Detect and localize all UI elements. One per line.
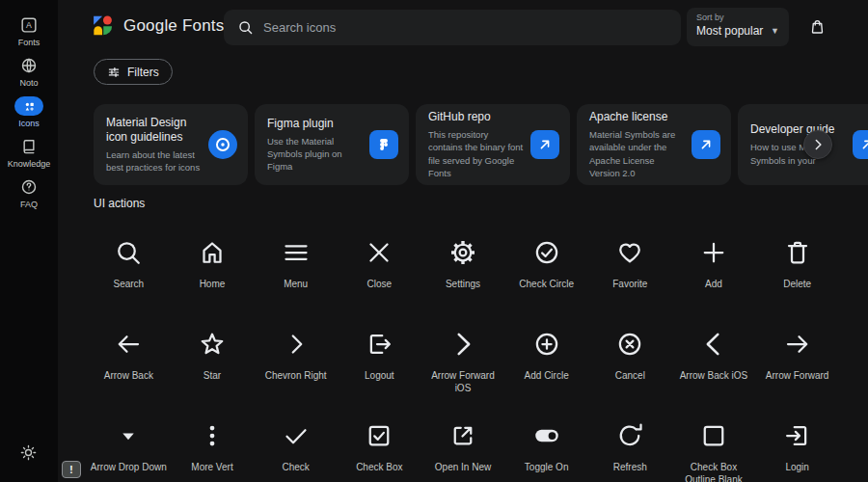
icon-grid-item-cancel[interactable]: Cancel bbox=[588, 315, 672, 407]
icon-grid-item-refresh[interactable]: Refresh bbox=[588, 407, 672, 482]
icon-grid-item-check[interactable]: Check bbox=[254, 407, 338, 482]
close-icon bbox=[365, 238, 393, 267]
icon-grid-item-star[interactable]: Star bbox=[171, 315, 255, 407]
icon-grid-item-search[interactable]: Search bbox=[87, 224, 171, 315]
icon-grid-item-more-vert[interactable]: More Vert bbox=[171, 407, 255, 482]
check-icon bbox=[282, 421, 311, 450]
sort-caption: Sort by bbox=[696, 13, 779, 22]
sidebar-item-knowledge[interactable]: Knowledge bbox=[8, 137, 51, 169]
filters-label: Filters bbox=[127, 66, 159, 79]
section-title: UI actions bbox=[94, 197, 145, 210]
material-design-icon bbox=[208, 130, 237, 159]
icon-grid-item-check-box[interactable]: Check Box bbox=[338, 407, 421, 482]
add-icon bbox=[699, 238, 728, 267]
open-in-new-icon bbox=[448, 421, 477, 450]
bag-button[interactable] bbox=[808, 17, 827, 36]
icon-grid-item-menu[interactable]: Menu bbox=[254, 224, 338, 315]
icon-grid-item-chevron-right[interactable]: Chevron Right bbox=[254, 315, 338, 407]
icon-grid-item-open-in-new[interactable]: Open In New bbox=[421, 407, 505, 482]
filters-button[interactable]: Filters bbox=[94, 59, 173, 85]
caret-down-icon: ▼ bbox=[771, 26, 779, 36]
promo-card-material-guidelines[interactable]: Material Design icon guidelines Learn ab… bbox=[94, 104, 248, 185]
knowledge-icon bbox=[14, 137, 43, 156]
search-bar[interactable] bbox=[224, 10, 681, 45]
promo-card-apache-license[interactable]: Apache license Material Symbols are avai… bbox=[577, 104, 731, 185]
card-title: GitHub repo bbox=[428, 110, 524, 124]
carousel-next-button[interactable] bbox=[803, 130, 832, 159]
icon-grid-item-favorite[interactable]: Favorite bbox=[588, 224, 672, 315]
feedback-button[interactable]: ! bbox=[62, 461, 81, 478]
icon-grid-item-arrow-forward[interactable]: Arrow Forward bbox=[755, 315, 839, 407]
promo-card-figma-plugin[interactable]: Figma plugin Use the Material Symbols pl… bbox=[255, 104, 409, 185]
search-input[interactable] bbox=[263, 20, 667, 35]
sidebar-item-label: Fonts bbox=[18, 38, 41, 47]
icon-grid-item-arrow-back-ios[interactable]: Arrow Back iOS bbox=[672, 315, 756, 407]
icon-grid-item-check-circle[interactable]: Check Circle bbox=[504, 224, 588, 315]
logo-link[interactable]: Google Fonts bbox=[91, 13, 224, 38]
icon-grid-item-arrow-drop-down[interactable]: Arrow Drop Down bbox=[87, 407, 171, 482]
icon-grid-item-toggle-on[interactable]: Toggle On bbox=[504, 407, 588, 482]
card-description: This repository contains the binary font… bbox=[428, 128, 524, 179]
search-icon bbox=[114, 238, 143, 267]
noto-icon bbox=[14, 56, 43, 75]
card-description: Use the Material Symbols plugin on Figma bbox=[267, 135, 363, 174]
faq-icon bbox=[14, 177, 43, 197]
figma-icon bbox=[369, 130, 398, 159]
icon-grid-item-arrow-forward-ios[interactable]: Arrow Forward iOS bbox=[421, 315, 505, 407]
svg-text:A: A bbox=[26, 20, 32, 30]
sidebar-item-faq[interactable]: FAQ bbox=[14, 177, 43, 209]
icon-label: Arrow Forward bbox=[766, 369, 829, 382]
sidebar: A Fonts Noto Icons Knowledge FAQ bbox=[0, 0, 58, 482]
theme-icon bbox=[19, 443, 38, 462]
icon-label: Login bbox=[785, 461, 808, 473]
icon-grid-item-delete[interactable]: Delete bbox=[755, 224, 839, 315]
icon-grid-item-add-circle[interactable]: Add Circle bbox=[504, 315, 588, 407]
sidebar-item-label: Icons bbox=[18, 119, 40, 128]
arrow-forward-icon bbox=[783, 330, 812, 359]
icon-grid-item-login[interactable]: Login bbox=[755, 407, 839, 482]
app-title: Google Fonts bbox=[123, 16, 224, 36]
tune-icon bbox=[107, 66, 121, 79]
login-icon bbox=[783, 421, 812, 450]
card-title: Material Design icon guidelines bbox=[106, 116, 202, 145]
toggle-on-icon bbox=[532, 421, 561, 450]
header: Google Fonts Sort by Most popular ▼ bbox=[58, 0, 868, 54]
icon-grid-item-close[interactable]: Close bbox=[338, 224, 421, 315]
icons-icon bbox=[14, 96, 43, 116]
icon-label: Logout bbox=[365, 369, 394, 382]
icon-label: Star bbox=[203, 369, 221, 382]
chevron-right-icon bbox=[282, 330, 311, 359]
star-icon bbox=[198, 330, 227, 359]
fonts-icon: A bbox=[14, 15, 43, 35]
icon-grid-item-arrow-back[interactable]: Arrow Back bbox=[87, 315, 171, 407]
sidebar-item-label: FAQ bbox=[20, 200, 38, 209]
icon-grid-item-add[interactable]: Add bbox=[672, 224, 756, 315]
icon-label: Delete bbox=[783, 278, 811, 290]
sidebar-item-label: Noto bbox=[19, 78, 38, 88]
open-link-icon bbox=[530, 130, 559, 159]
sort-dropdown[interactable]: Sort by Most popular ▼ bbox=[687, 8, 789, 46]
icon-grid-item-home[interactable]: Home bbox=[171, 224, 255, 315]
icon-label: Home bbox=[200, 278, 226, 290]
promo-card-github-repo[interactable]: GitHub repo This repository contains the… bbox=[416, 104, 570, 185]
icon-grid-item-logout[interactable]: Logout bbox=[338, 315, 421, 407]
icon-grid-item-settings[interactable]: Settings bbox=[421, 224, 505, 315]
sidebar-item-icons[interactable]: Icons bbox=[14, 96, 43, 128]
sidebar-item-fonts[interactable]: A Fonts bbox=[14, 15, 43, 47]
theme-toggle-button[interactable] bbox=[19, 443, 38, 462]
icon-label: Chevron Right bbox=[265, 369, 327, 382]
cancel-icon bbox=[615, 330, 644, 359]
card-title: Apache license bbox=[589, 110, 685, 124]
icon-label: Add Circle bbox=[525, 369, 569, 382]
icon-label: Arrow Drop Down bbox=[91, 461, 167, 473]
more-vert-icon bbox=[198, 421, 227, 450]
delete-icon bbox=[783, 238, 812, 267]
icon-grid-item-check-box-outline-blank[interactable]: Check Box Outline Blank bbox=[672, 407, 756, 482]
chevron-right-icon bbox=[809, 136, 827, 153]
icon-label: More Vert bbox=[191, 461, 232, 473]
icon-label: Favorite bbox=[612, 278, 647, 290]
add-circle-icon bbox=[532, 330, 561, 359]
icon-label: Check bbox=[282, 461, 309, 473]
sidebar-item-noto[interactable]: Noto bbox=[14, 56, 43, 88]
check-box-icon bbox=[365, 421, 393, 450]
